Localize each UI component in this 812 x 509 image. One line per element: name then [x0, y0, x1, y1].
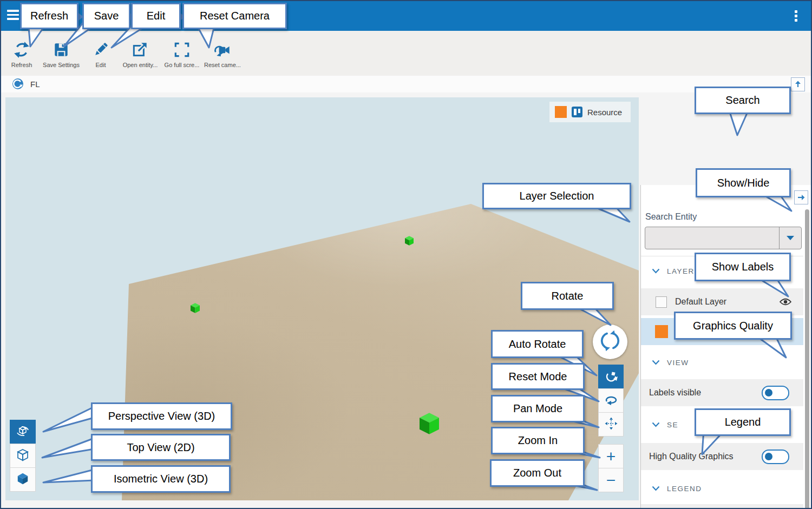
- save-icon: [38, 31, 84, 59]
- search-entity-input[interactable]: [647, 229, 780, 247]
- callout-zoom-out: Zoom Out: [490, 459, 585, 487]
- pan-mode-button[interactable]: [598, 412, 624, 437]
- reset-mode-button[interactable]: [598, 388, 624, 413]
- fullscreen-button[interactable]: Go full scre...: [160, 31, 204, 76]
- top-view-button[interactable]: [10, 444, 36, 468]
- breadcrumb: FL: [0, 76, 812, 93]
- hamburger-menu-icon[interactable]: [7, 10, 20, 21]
- reset-camera-icon: [200, 31, 245, 59]
- legend-block: SystemStat Up Down NonScheduled: [641, 504, 803, 509]
- labels-visible-label: Labels visible: [649, 388, 701, 398]
- resource-board-icon: [572, 107, 582, 117]
- perspective-cube-orbit-icon: [16, 424, 30, 440]
- pan-arrows-icon: [605, 417, 618, 432]
- app-window: Refresh Save Settings Edit Open entity..…: [0, 0, 812, 509]
- chevron-down-icon: [787, 236, 794, 240]
- entity-circle-icon[interactable]: [12, 78, 24, 92]
- view-mode-buttons: [10, 420, 36, 492]
- callout-search: Search: [695, 87, 791, 114]
- chevron-down-icon: [652, 266, 660, 276]
- rotate-orbit-icon: [596, 327, 624, 357]
- camera-mode-buttons: [598, 365, 624, 437]
- fullscreen-label: Go full scre...: [160, 62, 204, 68]
- refresh-icon: [4, 31, 39, 59]
- reset-camera-label: Reset came...: [200, 62, 245, 68]
- sidebar: Search Entity LAYERS Default Layer: [640, 185, 811, 509]
- kebab-menu-icon[interactable]: [795, 10, 798, 22]
- view-title: VIEW: [667, 359, 689, 367]
- resource-entity-cube[interactable]: [191, 303, 200, 315]
- fullscreen-icon: [160, 31, 204, 59]
- callout-graphics-quality: Graphics Quality: [674, 312, 792, 340]
- resource-color-swatch: [555, 106, 567, 118]
- rotate-control[interactable]: [593, 325, 627, 359]
- sidebar-scrollbar[interactable]: [805, 209, 809, 509]
- open-entity-button[interactable]: Open entity...: [117, 31, 163, 76]
- chevron-down-icon: [652, 358, 660, 367]
- section-header-view[interactable]: VIEW: [641, 348, 803, 376]
- resource-entity-cube[interactable]: [405, 236, 414, 248]
- chevron-down-icon: [652, 484, 660, 493]
- callout-auto-rotate: Auto Rotate: [491, 330, 584, 358]
- zoom-buttons: + −: [598, 445, 624, 492]
- settings-title: SE: [667, 421, 678, 429]
- open-entity-icon: [117, 31, 163, 59]
- save-settings-label: Save Settings: [38, 62, 84, 68]
- callout-zoom-in: Zoom In: [491, 427, 585, 454]
- callout-layer-selection: Layer Selection: [482, 183, 631, 209]
- callout-pan-mode: Pan Mode: [491, 395, 585, 422]
- search-entity-label: Search Entity: [645, 212, 697, 222]
- search-entity-combobox[interactable]: [645, 227, 802, 249]
- callout-edit: Edit: [131, 3, 181, 29]
- search-dropdown-button[interactable]: [779, 227, 801, 249]
- toolbar: Refresh Save Settings Edit Open entity..…: [0, 31, 812, 76]
- auto-rotate-button[interactable]: [598, 365, 624, 389]
- arrow-up-box-icon[interactable]: [791, 77, 805, 91]
- legend-title: LEGEND: [667, 485, 702, 493]
- callout-top-view: Top View (2D): [91, 434, 231, 461]
- callout-show-labels: Show Labels: [695, 253, 791, 281]
- resource-color-swatch: [655, 325, 668, 338]
- reset-loop-icon: [604, 394, 618, 408]
- zoom-in-button[interactable]: +: [598, 444, 624, 468]
- high-quality-toggle[interactable]: [762, 449, 789, 464]
- viewport-legend-label: Resource: [587, 108, 622, 117]
- zoom-out-button[interactable]: −: [598, 468, 624, 492]
- cube-outline-icon: [16, 448, 30, 464]
- resource-entity-cube[interactable]: [420, 413, 439, 437]
- section-header-legend[interactable]: LEGEND: [641, 474, 803, 503]
- callout-reset-camera: Reset Camera: [182, 3, 287, 29]
- reset-camera-button[interactable]: Reset came...: [200, 31, 245, 76]
- refresh-button[interactable]: Refresh: [4, 31, 39, 76]
- callout-reset-mode: Reset Mode: [491, 363, 585, 390]
- labels-visible-row: Labels visible: [641, 379, 803, 406]
- callout-save: Save: [82, 3, 130, 29]
- high-quality-label: High Quality Graphics: [649, 452, 734, 461]
- default-layer-checkbox[interactable]: [656, 296, 667, 308]
- save-settings-button[interactable]: Save Settings: [38, 31, 84, 76]
- perspective-view-button[interactable]: [10, 420, 36, 444]
- edit-pencil-icon: [86, 31, 116, 59]
- viewport-legend: Resource: [549, 102, 631, 122]
- auto-rotate-icon: [605, 369, 618, 385]
- default-layer-label: Default Layer: [675, 297, 726, 307]
- callout-show-hide: Show/Hide: [696, 168, 791, 197]
- edit-button[interactable]: Edit: [86, 31, 116, 76]
- edit-label: Edit: [86, 62, 116, 68]
- chevron-down-icon: [652, 420, 660, 429]
- breadcrumb-entity[interactable]: FL: [30, 80, 40, 89]
- high-quality-row: High Quality Graphics: [641, 443, 803, 470]
- labels-visible-toggle[interactable]: [762, 386, 789, 400]
- callout-legend: Legend: [695, 408, 791, 436]
- isometric-view-button[interactable]: [10, 467, 36, 492]
- callout-perspective-view: Perspective View (3D): [91, 402, 232, 430]
- cube-filled-icon: [16, 472, 29, 487]
- open-entity-label: Open entity...: [117, 62, 163, 68]
- show-hide-eye-icon[interactable]: [780, 298, 791, 306]
- callout-isometric-view: Isometric View (3D): [91, 465, 231, 493]
- callout-rotate: Rotate: [521, 282, 614, 310]
- refresh-label: Refresh: [4, 62, 39, 68]
- arrow-right-box-icon[interactable]: [794, 190, 808, 204]
- callout-refresh: Refresh: [20, 3, 78, 29]
